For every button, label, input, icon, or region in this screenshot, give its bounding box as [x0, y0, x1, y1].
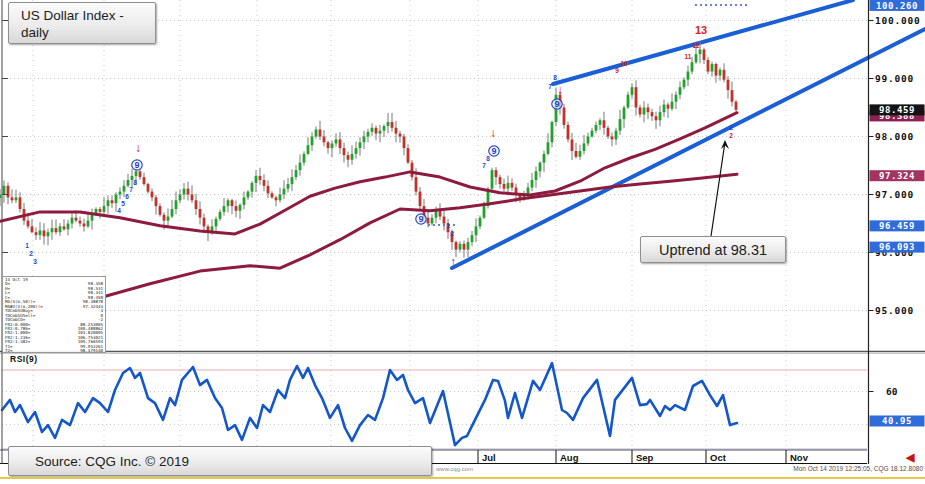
candle-down: [235, 206, 238, 211]
candle-down: [375, 128, 378, 134]
candle-up: [167, 217, 170, 221]
td-sell-arrow-icon: ↓: [490, 126, 496, 140]
candle-down: [151, 192, 154, 198]
cqg-chart-window: 12345678↓9912↑78↓978↓991011121322100.000…: [0, 0, 925, 484]
candle-up: [467, 242, 470, 250]
candle-up: [223, 206, 226, 212]
price-axis-label: 98.000: [875, 131, 914, 142]
candle-down: [143, 177, 146, 184]
candle-down: [159, 206, 162, 215]
candle-down: [723, 70, 726, 80]
td-count-digit: 13: [695, 24, 707, 36]
candle-up: [175, 200, 178, 209]
candle-up: [643, 108, 646, 115]
candle-down: [495, 170, 498, 177]
month-label[interactable]: Sep: [636, 452, 654, 463]
candle-down: [731, 90, 734, 102]
td-count-digit: 2: [450, 230, 454, 237]
month-label[interactable]: Aug: [560, 452, 579, 463]
candle-up: [367, 132, 370, 137]
candle-down: [499, 177, 502, 184]
candle-up: [279, 195, 282, 201]
candle-up: [135, 171, 138, 176]
source-box: Source: CQG Inc. © 2019: [8, 446, 432, 476]
cqg-website-text: www.cqg.com: [436, 466, 473, 472]
candle-down: [647, 108, 650, 113]
candle-down: [415, 177, 418, 192]
candle-up: [71, 218, 74, 224]
month-label[interactable]: Jul: [482, 452, 496, 463]
td-count-digit: 4: [117, 207, 121, 214]
candle-up: [591, 131, 594, 137]
candle-down: [327, 142, 330, 148]
candle-up: [183, 189, 186, 195]
uptrend-annotation-box[interactable]: Uptrend at 98.31: [640, 236, 786, 263]
td-nine-digit: 9: [491, 146, 496, 156]
candle-up: [435, 211, 438, 218]
month-label[interactable]: Nov: [790, 452, 809, 463]
scroll-left-arrow-icon[interactable]: ◀: [906, 451, 914, 464]
candle-up: [283, 189, 286, 195]
chart-title-box[interactable]: US Dollar Index - daily: [8, 2, 156, 44]
td-nine-digit: 9: [134, 160, 139, 170]
candle-up: [659, 112, 662, 120]
td-count-digit: 7: [548, 83, 552, 90]
candle-down: [727, 80, 730, 90]
upper-channel[interactable]: [553, 0, 853, 84]
candle-up: [719, 70, 722, 76]
source-text: Source: CQG Inc. © 2019: [35, 454, 189, 469]
candle-down: [611, 137, 614, 140]
chart-title-line1: US Dollar Index -: [21, 7, 155, 24]
candle-down: [63, 226, 66, 229]
candle-up: [315, 130, 318, 137]
rsi-panel-label: RSI(9): [10, 354, 38, 364]
candle-down: [707, 60, 710, 72]
candle-up: [351, 154, 354, 160]
rsi-tag-value: 40.95: [882, 416, 912, 426]
td-count-digit: 2: [729, 132, 733, 139]
candle-up: [543, 154, 546, 163]
candle-up: [459, 244, 462, 250]
chart-canvas[interactable]: 12345678↓9912↑78↓978↓991011121322100.000…: [0, 0, 925, 477]
candle-down: [79, 221, 82, 224]
lower-channel-uptrend[interactable]: [452, 29, 925, 268]
candle-up: [675, 95, 678, 102]
td-count-digit: 10: [620, 60, 628, 67]
candle-down: [139, 171, 142, 177]
price-axis-label: 100.000: [875, 15, 921, 26]
candle-up: [431, 218, 434, 224]
candle-up: [383, 126, 386, 131]
candle-down: [347, 155, 350, 160]
candle-down: [343, 148, 346, 155]
candle-down: [187, 189, 190, 195]
candle-up: [219, 212, 222, 219]
candle-up: [255, 176, 258, 183]
candle-up: [579, 151, 582, 157]
status-timestamp: Mon Oct 14 2019 12:25:05, CQG 18.12.8080: [793, 465, 923, 472]
month-label[interactable]: Oct: [710, 452, 727, 463]
candle-up: [507, 183, 510, 189]
candle-up: [695, 54, 698, 62]
candle-down: [703, 50, 706, 60]
candle-up: [59, 226, 62, 232]
candle-up: [107, 200, 110, 206]
candle-down: [55, 228, 58, 232]
bottom-accent-divider: [0, 477, 925, 479]
candle-up: [671, 102, 674, 109]
td-count-digit: 3: [33, 258, 37, 265]
candle-down: [31, 226, 34, 232]
td-sell-arrow-icon: ↓: [557, 83, 563, 97]
chart-title-line2: daily: [21, 24, 155, 41]
candle-up: [479, 218, 482, 227]
candle-down: [27, 221, 30, 227]
candle-up: [303, 154, 306, 163]
candle-up: [307, 145, 310, 154]
candle-down: [603, 120, 606, 128]
candle-up: [0, 195, 1, 198]
candle-down: [715, 64, 718, 76]
candle-up: [179, 195, 182, 201]
candle-down: [339, 139, 342, 148]
candle-up: [595, 125, 598, 131]
candle-up: [119, 192, 122, 195]
candle-down: [651, 112, 654, 116]
